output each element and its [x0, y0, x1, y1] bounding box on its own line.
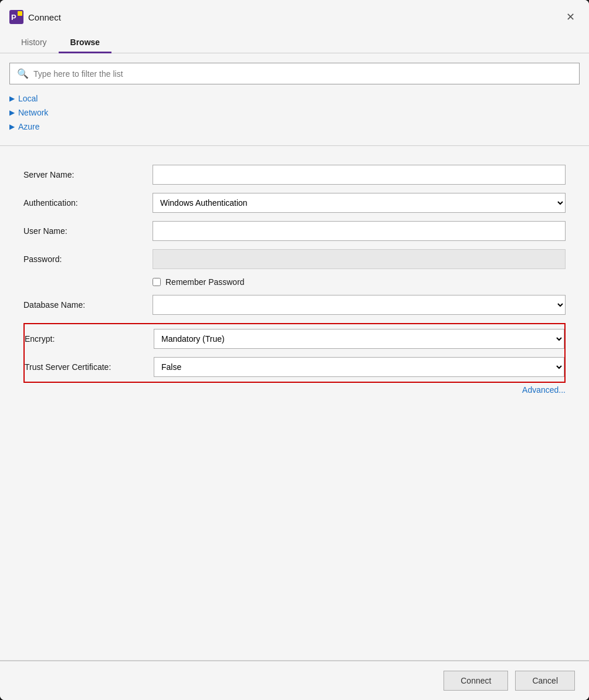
tree-item-local[interactable]: ▶ Local: [9, 91, 580, 106]
username-label: User Name:: [23, 226, 153, 236]
tree-list: ▶ Local ▶ Network ▶ Azure: [0, 89, 589, 136]
database-name-control: [153, 295, 566, 315]
server-name-label: Server Name:: [23, 170, 153, 179]
trust-cert-control: False True: [154, 357, 564, 377]
trust-cert-label: Trust Server Certificate:: [25, 362, 154, 372]
database-name-select[interactable]: [153, 295, 566, 315]
advanced-link[interactable]: Advanced...: [522, 385, 566, 395]
title-bar: P Connect ✕: [0, 0, 589, 28]
database-name-row: Database Name:: [23, 295, 566, 315]
authentication-control: Windows Authentication SQL Server Authen…: [153, 193, 566, 213]
password-control: [153, 249, 566, 269]
local-arrow-icon: ▶: [9, 94, 15, 103]
search-area: 🔍: [0, 53, 589, 89]
dialog-title: Connect: [28, 12, 61, 22]
username-row: User Name: REDMOND\subasak: [23, 221, 566, 241]
tree-item-network[interactable]: ▶ Network: [9, 106, 580, 120]
title-bar-left: P Connect: [9, 10, 61, 24]
local-label: Local: [18, 94, 38, 103]
remember-password-checkbox[interactable]: [153, 278, 161, 286]
trust-cert-row: Trust Server Certificate: False True: [25, 357, 564, 377]
remember-password-label: Remember Password: [165, 277, 245, 287]
authentication-select[interactable]: Windows Authentication SQL Server Authen…: [153, 193, 566, 213]
advanced-link-container: Advanced...: [23, 383, 566, 399]
tab-history[interactable]: History: [9, 33, 59, 53]
encrypt-trust-section: Encrypt: Mandatory (True) Optional (Fals…: [23, 323, 566, 383]
server-name-row: Server Name:: [23, 165, 566, 185]
username-control: REDMOND\subasak: [153, 221, 566, 241]
server-name-control: [153, 165, 566, 185]
azure-arrow-icon: ▶: [9, 123, 15, 131]
network-label: Network: [18, 108, 48, 117]
tree-item-azure[interactable]: ▶ Azure: [9, 120, 580, 134]
password-label: Password:: [23, 254, 153, 264]
svg-rect-2: [18, 11, 22, 16]
server-name-input[interactable]: [153, 165, 566, 185]
username-input[interactable]: REDMOND\subasak: [153, 221, 566, 241]
connect-dialog: P Connect ✕ History Browse 🔍 ▶ Local ▶ N…: [0, 0, 589, 700]
svg-text:P: P: [11, 13, 16, 22]
app-icon: P: [9, 10, 23, 24]
password-input-disabled: [153, 249, 566, 269]
azure-label: Azure: [18, 122, 40, 131]
tabs-container: History Browse: [0, 33, 589, 53]
authentication-label: Authentication:: [23, 198, 153, 208]
trust-cert-select[interactable]: False True: [154, 357, 564, 377]
encrypt-control: Mandatory (True) Optional (False) Strict…: [154, 329, 564, 349]
search-box: 🔍: [9, 63, 580, 84]
cancel-button[interactable]: Cancel: [515, 671, 575, 691]
password-row: Password:: [23, 249, 566, 269]
encrypt-row: Encrypt: Mandatory (True) Optional (Fals…: [25, 329, 564, 349]
search-input[interactable]: [33, 69, 572, 79]
encrypt-label: Encrypt:: [25, 334, 154, 344]
form-section: Server Name: Authentication: Windows Aut…: [0, 155, 589, 660]
network-arrow-icon: ▶: [9, 108, 15, 117]
search-icon: 🔍: [17, 68, 29, 79]
encrypt-select[interactable]: Mandatory (True) Optional (False) Strict…: [154, 329, 564, 349]
database-name-label: Database Name:: [23, 300, 153, 310]
bottom-bar: Connect Cancel: [0, 661, 589, 700]
section-divider: [0, 145, 589, 146]
connect-button[interactable]: Connect: [444, 671, 508, 691]
authentication-row: Authentication: Windows Authentication S…: [23, 193, 566, 213]
remember-password-row: Remember Password: [153, 277, 566, 287]
tab-browse[interactable]: Browse: [59, 33, 112, 53]
close-button[interactable]: ✕: [561, 8, 580, 26]
